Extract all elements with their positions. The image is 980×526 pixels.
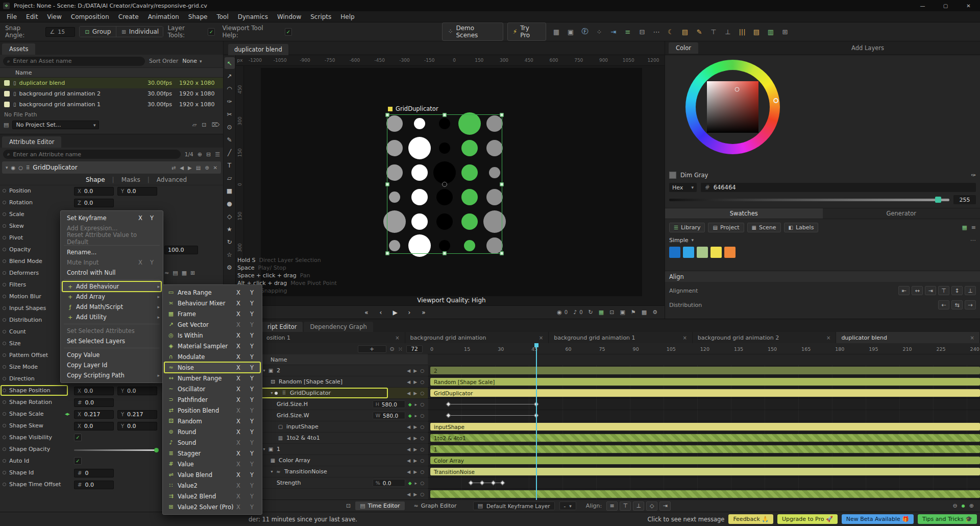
menu-dynamics[interactable]: Dynamics (233, 12, 273, 21)
try-pro-button[interactable]: ⚡ Try Pro (507, 22, 546, 41)
keyframe-x-button[interactable]: X (236, 504, 240, 511)
swap-icon[interactable]: ⇄ (172, 165, 176, 171)
attr-value-field[interactable]: #0.0 (74, 398, 114, 407)
attribute-socket-icon[interactable] (3, 259, 6, 263)
attribute-value-field[interactable]: W580.0 (373, 412, 405, 419)
next-key-icon[interactable]: ▶ (413, 436, 417, 441)
connect-icon[interactable]: ○ (420, 469, 424, 474)
submenu-item-value-blend[interactable]: ⇌Value BlendXY (163, 469, 262, 480)
current-frame-field[interactable]: 72 (406, 345, 423, 353)
submenu-item-area-range[interactable]: ▭Area RangeXY (163, 287, 262, 298)
tab-masks[interactable]: Masks (121, 176, 140, 183)
swatch-2[interactable] (697, 247, 708, 258)
polygon-tool[interactable]: ◇ (225, 210, 235, 222)
grid-2-icon[interactable]: ▥ (765, 26, 777, 37)
selection-handle[interactable] (386, 113, 389, 117)
keyframe-y-button[interactable]: Y (250, 482, 254, 489)
tab-swatches[interactable]: Swatches (665, 208, 823, 219)
link-values-icon[interactable]: ◀▶ (65, 412, 69, 416)
asset-search[interactable]: ⌕ (3, 57, 145, 66)
connect-icon[interactable]: ○ (420, 424, 424, 429)
next-key-icon[interactable]: ▶ (413, 458, 417, 463)
attribute-socket-icon[interactable] (3, 224, 6, 228)
submenu-item-value2-solver-pro[interactable]: ⊞Value2 Solver (Pro)XY (163, 501, 262, 512)
track-row-grid-size-h[interactable] (428, 399, 980, 410)
prev-key-icon[interactable]: ◀ (407, 458, 410, 463)
line-tool[interactable]: ╱ (225, 147, 235, 158)
keyframe-y-button[interactable]: Y (250, 353, 254, 361)
layer-tools-checkbox[interactable]: ✓ (208, 28, 215, 36)
track-bar[interactable]: 1to2 & 4to1 (430, 434, 980, 442)
display-icon[interactable]: ⊡ (609, 309, 614, 316)
attribute-socket-icon[interactable] (3, 424, 6, 427)
opacity-slider[interactable] (74, 449, 157, 451)
next-key-icon[interactable]: ▸ (415, 413, 418, 418)
menu-item-rename[interactable]: Rename... (61, 247, 163, 257)
next-key-icon[interactable]: ▶ (413, 379, 417, 385)
tl-align-rows-icon[interactable]: ≡ (606, 501, 618, 511)
attr-value-field[interactable]: X0.0 (74, 422, 114, 431)
connect-icon[interactable]: ○ (420, 436, 424, 441)
keyframe-x-button[interactable]: X (236, 439, 240, 446)
filter-dropdown[interactable]: - ▾ (559, 501, 576, 510)
connect-icon[interactable]: ○ (420, 391, 424, 396)
attribute-socket-icon[interactable] (3, 283, 6, 286)
attribute-socket-icon[interactable] (3, 330, 6, 333)
grid-icon[interactable]: ▦ (550, 26, 562, 37)
hex-value-field[interactable]: # 646464 (701, 183, 976, 192)
distribute-center-icon[interactable]: ⇆ (951, 300, 963, 309)
keyframe-y-button[interactable]: Y (250, 332, 254, 339)
prev-key-icon[interactable]: ◀ (407, 469, 410, 474)
menu-help[interactable]: Help (336, 12, 359, 21)
sv-marker[interactable] (734, 87, 739, 92)
keyframe-layer-dropdown[interactable]: ▤ Default Keyframe Layer (473, 501, 555, 510)
track-bar[interactable]: GridDuplicator (430, 389, 980, 397)
trash-icon[interactable]: ⌦ (211, 122, 219, 128)
tab-dependency-graph[interactable]: Dependency Graph (304, 322, 373, 332)
monitor-icon[interactable]: ⊡ (202, 122, 206, 128)
menu-edit[interactable]: Edit (21, 12, 42, 21)
attr-value-field[interactable]: #0.0 (74, 481, 114, 489)
attr-extra-icon[interactable]: ▤ (173, 270, 178, 276)
burst-tool[interactable]: ☆ (225, 249, 235, 260)
next-key-icon[interactable]: ▶ (413, 368, 417, 373)
submenu-item-sound[interactable]: ♪SoundXY (163, 437, 262, 448)
tab-assets[interactable]: Assets (2, 43, 35, 55)
table-icon[interactable]: ▤ (679, 26, 691, 37)
track-bar[interactable]: 2 (430, 367, 980, 374)
align-bottom-icon[interactable]: ⊥ (965, 286, 976, 295)
eyedropper-icon[interactable]: ✑ (971, 172, 976, 179)
flag-icon[interactable]: ⚑ (631, 309, 636, 316)
expand-caret-icon[interactable]: ▾ (269, 469, 275, 474)
prev-key-icon[interactable]: ◀ (407, 379, 410, 385)
connect-icon[interactable]: ○ (420, 458, 424, 463)
pen-tool[interactable]: ✎ (225, 134, 235, 146)
menu-item-add-array[interactable]: +Add Array▸ (61, 292, 163, 302)
prev-key-icon[interactable]: ◀ (407, 447, 410, 452)
brush-icon[interactable]: ⊙ (390, 346, 395, 352)
attr-value-field[interactable]: Y0.0 (117, 387, 157, 395)
selection-handle[interactable] (443, 113, 447, 117)
attr-row-position[interactable]: PositionX0.0Y0.0 (0, 185, 223, 197)
camera-tool[interactable]: ⊙ (225, 121, 235, 133)
tl-align-bottom-icon[interactable]: ⊥ (633, 501, 644, 511)
menu-item-mute-input[interactable]: Mute InputXY (61, 257, 163, 268)
track-row-gridduplicator[interactable]: GridDuplicator (428, 388, 980, 399)
keyframe[interactable] (446, 413, 451, 418)
submenu-item-noise[interactable]: ≈NoiseXY (163, 362, 262, 373)
keyframe-x-button[interactable]: X (236, 332, 240, 339)
submenu-item-pathfinder[interactable]: ⊃PathfinderXY (163, 394, 262, 405)
sort-order-dropdown[interactable]: None ▾ (182, 58, 202, 64)
keyframe-x-button[interactable]: X (236, 310, 240, 318)
keyframe-x-button[interactable]: X (236, 407, 240, 414)
submenu-item-value[interactable]: #ValueXY (163, 459, 262, 469)
track-bar[interactable]: TransitionNoise (430, 468, 980, 475)
track-bar[interactable]: Random [Shape Scale] (430, 378, 980, 386)
asset-search-input[interactable] (13, 58, 141, 64)
next-key-icon[interactable]: ▶ (413, 447, 417, 452)
panel-icon[interactable]: ▣ (565, 26, 577, 37)
attribute-socket-icon[interactable] (3, 365, 6, 369)
saturation-value-square[interactable] (707, 81, 758, 133)
comp-tab-background-grid-animation-2[interactable]: background grid animation 2× (693, 332, 837, 343)
dots-grid-icon[interactable]: ⁘ (593, 26, 605, 37)
